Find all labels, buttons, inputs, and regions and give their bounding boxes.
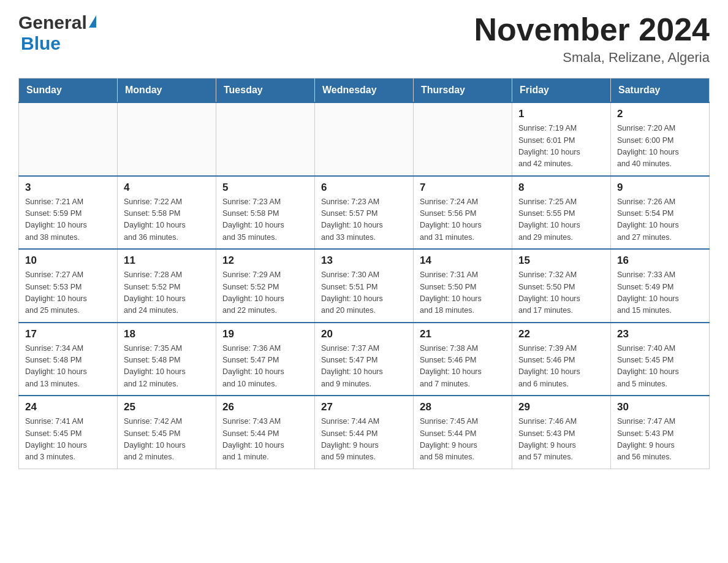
- weekday-header-tuesday: Tuesday: [216, 79, 315, 103]
- day-info: Sunrise: 7:45 AM Sunset: 5:44 PM Dayligh…: [420, 416, 506, 464]
- calendar-cell: 8Sunrise: 7:25 AM Sunset: 5:55 PM Daylig…: [512, 176, 611, 250]
- calendar-cell: 10Sunrise: 7:27 AM Sunset: 5:53 PM Dayli…: [19, 249, 118, 323]
- day-info: Sunrise: 7:37 AM Sunset: 5:47 PM Dayligh…: [321, 343, 407, 391]
- day-info: Sunrise: 7:23 AM Sunset: 5:58 PM Dayligh…: [222, 196, 308, 244]
- day-info: Sunrise: 7:43 AM Sunset: 5:44 PM Dayligh…: [222, 416, 308, 464]
- calendar-cell: 12Sunrise: 7:29 AM Sunset: 5:52 PM Dayli…: [216, 249, 315, 323]
- calendar-cell: 25Sunrise: 7:42 AM Sunset: 5:45 PM Dayli…: [118, 396, 216, 469]
- day-number: 28: [420, 401, 506, 413]
- day-number: 19: [222, 328, 308, 340]
- weekday-header-wednesday: Wednesday: [315, 79, 414, 103]
- calendar-cell: 18Sunrise: 7:35 AM Sunset: 5:48 PM Dayli…: [118, 323, 216, 396]
- day-info: Sunrise: 7:25 AM Sunset: 5:55 PM Dayligh…: [518, 196, 604, 244]
- calendar-cell: 23Sunrise: 7:40 AM Sunset: 5:45 PM Dayli…: [611, 323, 710, 396]
- day-info: Sunrise: 7:33 AM Sunset: 5:49 PM Dayligh…: [617, 269, 703, 317]
- day-number: 17: [25, 328, 111, 340]
- calendar-cell: 13Sunrise: 7:30 AM Sunset: 5:51 PM Dayli…: [315, 249, 414, 323]
- calendar-cell: 6Sunrise: 7:23 AM Sunset: 5:57 PM Daylig…: [315, 176, 414, 250]
- calendar-cell: [118, 102, 216, 176]
- day-number: 29: [518, 401, 604, 413]
- week-row-1: 1Sunrise: 7:19 AM Sunset: 6:01 PM Daylig…: [19, 102, 710, 176]
- calendar-cell: 2Sunrise: 7:20 AM Sunset: 6:00 PM Daylig…: [611, 102, 710, 176]
- calendar-cell: 4Sunrise: 7:22 AM Sunset: 5:58 PM Daylig…: [118, 176, 216, 250]
- day-info: Sunrise: 7:41 AM Sunset: 5:45 PM Dayligh…: [25, 416, 111, 464]
- logo-blue: Blue: [21, 33, 96, 54]
- logo-triangle-icon: [89, 15, 96, 28]
- day-number: 5: [222, 182, 308, 194]
- calendar-cell: 7Sunrise: 7:24 AM Sunset: 5:56 PM Daylig…: [414, 176, 512, 250]
- calendar-cell: 27Sunrise: 7:44 AM Sunset: 5:44 PM Dayli…: [315, 396, 414, 469]
- calendar-cell: 11Sunrise: 7:28 AM Sunset: 5:52 PM Dayli…: [118, 249, 216, 323]
- calendar-cell: 20Sunrise: 7:37 AM Sunset: 5:47 PM Dayli…: [315, 323, 414, 396]
- calendar-cell: [414, 102, 512, 176]
- weekday-header-saturday: Saturday: [611, 79, 710, 103]
- day-info: Sunrise: 7:19 AM Sunset: 6:01 PM Dayligh…: [518, 123, 604, 170]
- calendar-cell: 29Sunrise: 7:46 AM Sunset: 5:43 PM Dayli…: [512, 396, 611, 469]
- day-info: Sunrise: 7:23 AM Sunset: 5:57 PM Dayligh…: [321, 196, 407, 244]
- weekday-header-friday: Friday: [512, 79, 611, 103]
- day-number: 6: [321, 182, 407, 194]
- day-info: Sunrise: 7:40 AM Sunset: 5:45 PM Dayligh…: [617, 343, 703, 391]
- page-header: General Blue November 2024 Smala, Reliza…: [18, 12, 710, 66]
- calendar-cell: [19, 102, 118, 176]
- day-number: 24: [25, 401, 111, 413]
- day-info: Sunrise: 7:35 AM Sunset: 5:48 PM Dayligh…: [124, 343, 210, 391]
- calendar-cell: 9Sunrise: 7:26 AM Sunset: 5:54 PM Daylig…: [611, 176, 710, 250]
- day-number: 8: [518, 182, 604, 194]
- day-number: 15: [518, 255, 604, 267]
- day-number: 2: [617, 108, 703, 120]
- day-number: 3: [25, 182, 111, 194]
- day-info: Sunrise: 7:39 AM Sunset: 5:46 PM Dayligh…: [518, 343, 604, 391]
- day-number: 20: [321, 328, 407, 340]
- calendar-cell: [216, 102, 315, 176]
- day-number: 30: [617, 401, 703, 413]
- title-section: November 2024 Smala, Relizane, Algeria: [474, 12, 710, 66]
- week-row-4: 17Sunrise: 7:34 AM Sunset: 5:48 PM Dayli…: [19, 323, 710, 396]
- day-info: Sunrise: 7:38 AM Sunset: 5:46 PM Dayligh…: [420, 343, 506, 391]
- calendar-cell: 16Sunrise: 7:33 AM Sunset: 5:49 PM Dayli…: [611, 249, 710, 323]
- day-info: Sunrise: 7:44 AM Sunset: 5:44 PM Dayligh…: [321, 416, 407, 464]
- day-number: 12: [222, 255, 308, 267]
- calendar-cell: 21Sunrise: 7:38 AM Sunset: 5:46 PM Dayli…: [414, 323, 512, 396]
- day-info: Sunrise: 7:26 AM Sunset: 5:54 PM Dayligh…: [617, 196, 703, 244]
- day-number: 13: [321, 255, 407, 267]
- day-info: Sunrise: 7:46 AM Sunset: 5:43 PM Dayligh…: [518, 416, 604, 464]
- day-number: 18: [124, 328, 210, 340]
- day-number: 26: [222, 401, 308, 413]
- day-number: 27: [321, 401, 407, 413]
- day-number: 23: [617, 328, 703, 340]
- month-title: November 2024: [474, 12, 710, 47]
- day-info: Sunrise: 7:30 AM Sunset: 5:51 PM Dayligh…: [321, 269, 407, 317]
- day-info: Sunrise: 7:29 AM Sunset: 5:52 PM Dayligh…: [222, 269, 308, 317]
- day-info: Sunrise: 7:22 AM Sunset: 5:58 PM Dayligh…: [124, 196, 210, 244]
- calendar-cell: 22Sunrise: 7:39 AM Sunset: 5:46 PM Dayli…: [512, 323, 611, 396]
- weekday-header-sunday: Sunday: [19, 79, 118, 103]
- logo: General Blue: [18, 12, 96, 54]
- calendar-cell: 19Sunrise: 7:36 AM Sunset: 5:47 PM Dayli…: [216, 323, 315, 396]
- day-number: 1: [518, 108, 604, 120]
- day-number: 21: [420, 328, 506, 340]
- calendar-cell: 30Sunrise: 7:47 AM Sunset: 5:43 PM Dayli…: [611, 396, 710, 469]
- day-number: 7: [420, 182, 506, 194]
- week-row-2: 3Sunrise: 7:21 AM Sunset: 5:59 PM Daylig…: [19, 176, 710, 250]
- day-info: Sunrise: 7:47 AM Sunset: 5:43 PM Dayligh…: [617, 416, 703, 464]
- calendar-cell: [315, 102, 414, 176]
- day-number: 14: [420, 255, 506, 267]
- day-info: Sunrise: 7:34 AM Sunset: 5:48 PM Dayligh…: [25, 343, 111, 391]
- day-number: 22: [518, 328, 604, 340]
- weekday-header-thursday: Thursday: [414, 79, 512, 103]
- calendar-table: SundayMondayTuesdayWednesdayThursdayFrid…: [18, 78, 710, 469]
- day-number: 25: [124, 401, 210, 413]
- location: Smala, Relizane, Algeria: [474, 50, 710, 66]
- day-info: Sunrise: 7:21 AM Sunset: 5:59 PM Dayligh…: [25, 196, 111, 244]
- day-number: 4: [124, 182, 210, 194]
- calendar-cell: 17Sunrise: 7:34 AM Sunset: 5:48 PM Dayli…: [19, 323, 118, 396]
- day-info: Sunrise: 7:20 AM Sunset: 6:00 PM Dayligh…: [617, 123, 703, 170]
- day-info: Sunrise: 7:32 AM Sunset: 5:50 PM Dayligh…: [518, 269, 604, 317]
- day-info: Sunrise: 7:36 AM Sunset: 5:47 PM Dayligh…: [222, 343, 308, 391]
- week-row-5: 24Sunrise: 7:41 AM Sunset: 5:45 PM Dayli…: [19, 396, 710, 469]
- week-row-3: 10Sunrise: 7:27 AM Sunset: 5:53 PM Dayli…: [19, 249, 710, 323]
- calendar-cell: 5Sunrise: 7:23 AM Sunset: 5:58 PM Daylig…: [216, 176, 315, 250]
- calendar-cell: 28Sunrise: 7:45 AM Sunset: 5:44 PM Dayli…: [414, 396, 512, 469]
- day-info: Sunrise: 7:42 AM Sunset: 5:45 PM Dayligh…: [124, 416, 210, 464]
